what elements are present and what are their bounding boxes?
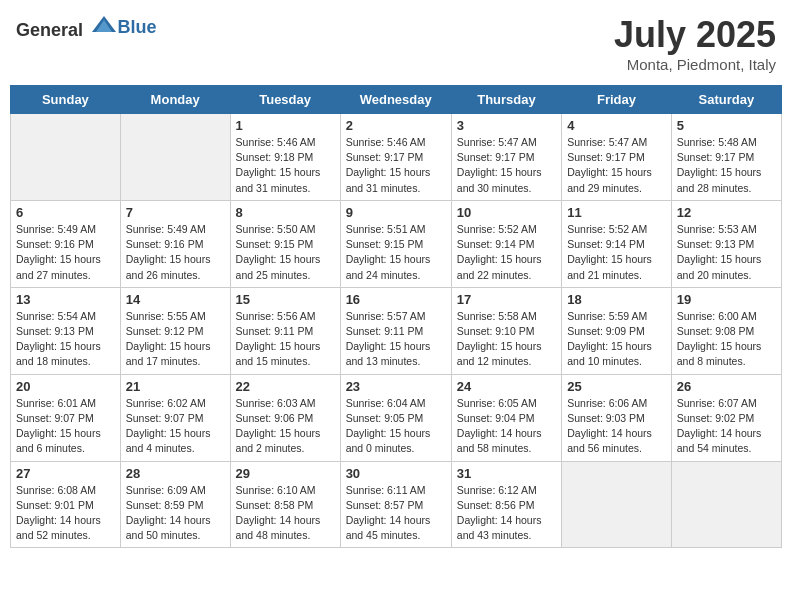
- day-number: 29: [236, 466, 335, 481]
- day-number: 2: [346, 118, 446, 133]
- day-info: Sunrise: 6:08 AM Sunset: 9:01 PM Dayligh…: [16, 483, 115, 544]
- day-number: 26: [677, 379, 776, 394]
- calendar-cell: 20Sunrise: 6:01 AM Sunset: 9:07 PM Dayli…: [11, 374, 121, 461]
- title-section: July 2025 Monta, Piedmont, Italy: [614, 14, 776, 73]
- logo-blue: Blue: [118, 17, 157, 37]
- day-info: Sunrise: 6:04 AM Sunset: 9:05 PM Dayligh…: [346, 396, 446, 457]
- column-header-tuesday: Tuesday: [230, 86, 340, 114]
- day-info: Sunrise: 5:49 AM Sunset: 9:16 PM Dayligh…: [16, 222, 115, 283]
- day-info: Sunrise: 5:55 AM Sunset: 9:12 PM Dayligh…: [126, 309, 225, 370]
- column-header-saturday: Saturday: [671, 86, 781, 114]
- day-info: Sunrise: 6:00 AM Sunset: 9:08 PM Dayligh…: [677, 309, 776, 370]
- calendar-cell: 19Sunrise: 6:00 AM Sunset: 9:08 PM Dayli…: [671, 287, 781, 374]
- calendar-cell: 26Sunrise: 6:07 AM Sunset: 9:02 PM Dayli…: [671, 374, 781, 461]
- column-header-monday: Monday: [120, 86, 230, 114]
- calendar-cell: 14Sunrise: 5:55 AM Sunset: 9:12 PM Dayli…: [120, 287, 230, 374]
- day-info: Sunrise: 5:47 AM Sunset: 9:17 PM Dayligh…: [567, 135, 666, 196]
- logo-icon: [90, 14, 118, 36]
- day-number: 6: [16, 205, 115, 220]
- calendar-cell: 6Sunrise: 5:49 AM Sunset: 9:16 PM Daylig…: [11, 200, 121, 287]
- column-header-wednesday: Wednesday: [340, 86, 451, 114]
- calendar-cell: 29Sunrise: 6:10 AM Sunset: 8:58 PM Dayli…: [230, 461, 340, 548]
- calendar-cell: 28Sunrise: 6:09 AM Sunset: 8:59 PM Dayli…: [120, 461, 230, 548]
- calendar-cell: 17Sunrise: 5:58 AM Sunset: 9:10 PM Dayli…: [451, 287, 561, 374]
- calendar-cell: 25Sunrise: 6:06 AM Sunset: 9:03 PM Dayli…: [562, 374, 672, 461]
- day-info: Sunrise: 6:03 AM Sunset: 9:06 PM Dayligh…: [236, 396, 335, 457]
- day-info: Sunrise: 5:50 AM Sunset: 9:15 PM Dayligh…: [236, 222, 335, 283]
- calendar-cell: 11Sunrise: 5:52 AM Sunset: 9:14 PM Dayli…: [562, 200, 672, 287]
- day-info: Sunrise: 6:02 AM Sunset: 9:07 PM Dayligh…: [126, 396, 225, 457]
- calendar-cell: 27Sunrise: 6:08 AM Sunset: 9:01 PM Dayli…: [11, 461, 121, 548]
- day-number: 5: [677, 118, 776, 133]
- calendar-cell: [671, 461, 781, 548]
- day-number: 28: [126, 466, 225, 481]
- day-info: Sunrise: 6:07 AM Sunset: 9:02 PM Dayligh…: [677, 396, 776, 457]
- calendar-cell: [11, 114, 121, 201]
- day-number: 3: [457, 118, 556, 133]
- day-info: Sunrise: 5:54 AM Sunset: 9:13 PM Dayligh…: [16, 309, 115, 370]
- week-row-4: 20Sunrise: 6:01 AM Sunset: 9:07 PM Dayli…: [11, 374, 782, 461]
- day-number: 27: [16, 466, 115, 481]
- calendar-cell: 1Sunrise: 5:46 AM Sunset: 9:18 PM Daylig…: [230, 114, 340, 201]
- day-info: Sunrise: 5:51 AM Sunset: 9:15 PM Dayligh…: [346, 222, 446, 283]
- column-header-friday: Friday: [562, 86, 672, 114]
- day-number: 31: [457, 466, 556, 481]
- day-number: 30: [346, 466, 446, 481]
- day-number: 16: [346, 292, 446, 307]
- day-number: 17: [457, 292, 556, 307]
- day-number: 10: [457, 205, 556, 220]
- calendar-cell: 18Sunrise: 5:59 AM Sunset: 9:09 PM Dayli…: [562, 287, 672, 374]
- day-info: Sunrise: 5:56 AM Sunset: 9:11 PM Dayligh…: [236, 309, 335, 370]
- calendar-cell: 7Sunrise: 5:49 AM Sunset: 9:16 PM Daylig…: [120, 200, 230, 287]
- day-number: 20: [16, 379, 115, 394]
- day-number: 1: [236, 118, 335, 133]
- day-number: 11: [567, 205, 666, 220]
- week-row-3: 13Sunrise: 5:54 AM Sunset: 9:13 PM Dayli…: [11, 287, 782, 374]
- calendar-cell: 12Sunrise: 5:53 AM Sunset: 9:13 PM Dayli…: [671, 200, 781, 287]
- calendar-cell: 22Sunrise: 6:03 AM Sunset: 9:06 PM Dayli…: [230, 374, 340, 461]
- day-number: 7: [126, 205, 225, 220]
- day-number: 4: [567, 118, 666, 133]
- day-info: Sunrise: 5:53 AM Sunset: 9:13 PM Dayligh…: [677, 222, 776, 283]
- day-info: Sunrise: 6:12 AM Sunset: 8:56 PM Dayligh…: [457, 483, 556, 544]
- column-header-sunday: Sunday: [11, 86, 121, 114]
- calendar-cell: 8Sunrise: 5:50 AM Sunset: 9:15 PM Daylig…: [230, 200, 340, 287]
- calendar-cell: 16Sunrise: 5:57 AM Sunset: 9:11 PM Dayli…: [340, 287, 451, 374]
- day-number: 14: [126, 292, 225, 307]
- calendar-cell: 5Sunrise: 5:48 AM Sunset: 9:17 PM Daylig…: [671, 114, 781, 201]
- calendar-table: SundayMondayTuesdayWednesdayThursdayFrid…: [10, 85, 782, 548]
- calendar-cell: 21Sunrise: 6:02 AM Sunset: 9:07 PM Dayli…: [120, 374, 230, 461]
- calendar-cell: 4Sunrise: 5:47 AM Sunset: 9:17 PM Daylig…: [562, 114, 672, 201]
- day-number: 24: [457, 379, 556, 394]
- calendar-cell: 23Sunrise: 6:04 AM Sunset: 9:05 PM Dayli…: [340, 374, 451, 461]
- day-info: Sunrise: 5:57 AM Sunset: 9:11 PM Dayligh…: [346, 309, 446, 370]
- calendar-cell: 13Sunrise: 5:54 AM Sunset: 9:13 PM Dayli…: [11, 287, 121, 374]
- day-number: 23: [346, 379, 446, 394]
- day-number: 8: [236, 205, 335, 220]
- day-info: Sunrise: 5:49 AM Sunset: 9:16 PM Dayligh…: [126, 222, 225, 283]
- calendar-cell: 15Sunrise: 5:56 AM Sunset: 9:11 PM Dayli…: [230, 287, 340, 374]
- week-row-1: 1Sunrise: 5:46 AM Sunset: 9:18 PM Daylig…: [11, 114, 782, 201]
- calendar-cell: 31Sunrise: 6:12 AM Sunset: 8:56 PM Dayli…: [451, 461, 561, 548]
- column-header-thursday: Thursday: [451, 86, 561, 114]
- logo: General Blue: [16, 14, 157, 41]
- day-number: 19: [677, 292, 776, 307]
- day-number: 9: [346, 205, 446, 220]
- day-info: Sunrise: 5:47 AM Sunset: 9:17 PM Dayligh…: [457, 135, 556, 196]
- day-info: Sunrise: 5:52 AM Sunset: 9:14 PM Dayligh…: [457, 222, 556, 283]
- calendar-subtitle: Monta, Piedmont, Italy: [614, 56, 776, 73]
- day-info: Sunrise: 5:46 AM Sunset: 9:18 PM Dayligh…: [236, 135, 335, 196]
- day-number: 15: [236, 292, 335, 307]
- calendar-cell: 24Sunrise: 6:05 AM Sunset: 9:04 PM Dayli…: [451, 374, 561, 461]
- day-info: Sunrise: 6:11 AM Sunset: 8:57 PM Dayligh…: [346, 483, 446, 544]
- day-info: Sunrise: 5:59 AM Sunset: 9:09 PM Dayligh…: [567, 309, 666, 370]
- calendar-cell: [562, 461, 672, 548]
- day-info: Sunrise: 6:09 AM Sunset: 8:59 PM Dayligh…: [126, 483, 225, 544]
- calendar-cell: 2Sunrise: 5:46 AM Sunset: 9:17 PM Daylig…: [340, 114, 451, 201]
- page-header: General Blue July 2025 Monta, Piedmont, …: [10, 10, 782, 77]
- day-number: 13: [16, 292, 115, 307]
- calendar-cell: 3Sunrise: 5:47 AM Sunset: 9:17 PM Daylig…: [451, 114, 561, 201]
- calendar-cell: [120, 114, 230, 201]
- day-info: Sunrise: 6:06 AM Sunset: 9:03 PM Dayligh…: [567, 396, 666, 457]
- calendar-cell: 30Sunrise: 6:11 AM Sunset: 8:57 PM Dayli…: [340, 461, 451, 548]
